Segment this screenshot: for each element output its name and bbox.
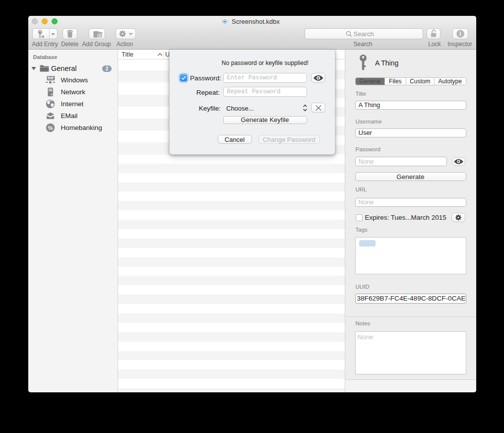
svg-text:%: % xyxy=(48,125,53,131)
svg-text:i: i xyxy=(459,30,461,37)
